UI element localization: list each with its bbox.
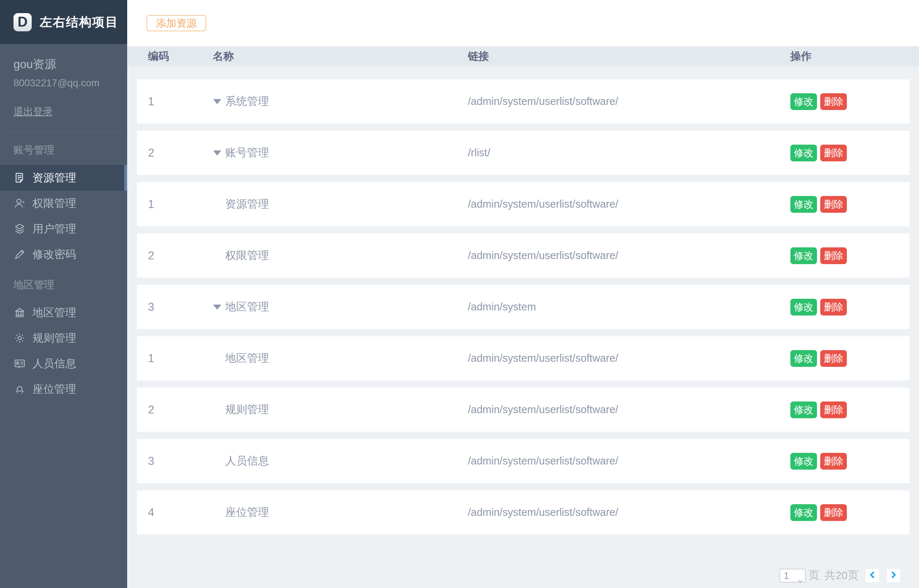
row-link: /rlist/ (468, 147, 790, 159)
sidebar-item-label: 用户管理 (32, 221, 76, 236)
row-actions: 修改 删除 (790, 247, 909, 264)
table-row: 2 规则管理 /admin/system/userlist/software/ … (137, 388, 909, 432)
page-select[interactable]: 1 (779, 569, 806, 583)
edit-button[interactable]: 修改 (790, 504, 817, 521)
table-header-row: 编码 名称 链接 操作 (127, 46, 919, 66)
id-card-icon (13, 357, 26, 370)
edit-button[interactable]: 修改 (790, 93, 817, 110)
row-code: 1 (148, 198, 213, 211)
table-row: 2 账号管理 /rlist/ 修改 删除 (137, 131, 909, 175)
table-row: 4 座位管理 /admin/system/userlist/software/ … (137, 490, 909, 535)
row-link: /admin/system/userlist/software/ (468, 352, 790, 364)
pagination: 1 页 共20页 (127, 568, 919, 583)
edit-button[interactable]: 修改 (790, 247, 817, 264)
row-code: 2 (148, 147, 213, 160)
row-name-text: 资源管理 (225, 197, 269, 212)
logout-link[interactable]: 退出登录 (13, 105, 53, 118)
sidebar-item-label: 地区管理 (32, 305, 76, 320)
bank-icon (13, 306, 26, 319)
row-code: 1 (148, 95, 213, 108)
delete-button[interactable]: 删除 (820, 504, 847, 521)
layers-icon (13, 223, 26, 235)
caret-down-icon[interactable] (213, 99, 221, 105)
row-actions: 修改 删除 (790, 145, 909, 162)
row-name-text: 系统管理 (225, 94, 269, 109)
delete-button[interactable]: 删除 (820, 299, 847, 315)
row-name: 地区管理 (213, 351, 468, 366)
toolbar: 添加资源 (127, 0, 919, 46)
sidebar-item-label: 规则管理 (32, 331, 76, 346)
page-total-label: 共20页 (825, 568, 859, 583)
row-name: 资源管理 (213, 197, 468, 212)
delete-button[interactable]: 删除 (820, 196, 847, 213)
row-actions: 修改 删除 (790, 350, 909, 367)
row-name-text: 地区管理 (225, 299, 269, 314)
row-name: 人员信息 (213, 454, 468, 468)
sidebar-item-personnel-info[interactable]: 人员信息 (0, 351, 127, 376)
edit-button[interactable]: 修改 (790, 350, 817, 367)
row-name: 账号管理 (213, 145, 468, 160)
delete-button[interactable]: 删除 (820, 93, 847, 110)
chevron-left-icon (869, 571, 875, 580)
caret-down-icon[interactable] (213, 304, 221, 310)
sidebar-item-label: 人员信息 (32, 356, 76, 371)
delete-button[interactable]: 删除 (820, 453, 847, 470)
previous-page-button[interactable] (866, 569, 879, 582)
delete-button[interactable]: 删除 (820, 401, 847, 418)
row-link: /admin/system (468, 301, 790, 313)
main-content: 添加资源 编码 名称 链接 操作 1 系统管理 /admin/system/us… (127, 0, 919, 588)
next-page-button[interactable] (887, 569, 900, 582)
row-actions: 修改 删除 (790, 299, 909, 315)
row-name: 规则管理 (213, 402, 468, 417)
page-unit-label: 页 (809, 568, 819, 583)
caret-down-icon[interactable] (213, 150, 221, 156)
delete-button[interactable]: 删除 (820, 145, 847, 162)
app-logo-icon: D (13, 13, 32, 31)
row-name-text: 权限管理 (225, 248, 269, 263)
edit-button[interactable]: 修改 (790, 401, 817, 418)
column-header-code: 编码 (148, 49, 213, 64)
user-block: gou资源 80032217@qq.com 退出登录 (0, 44, 127, 118)
row-code: 1 (148, 352, 213, 365)
delete-button[interactable]: 删除 (820, 247, 847, 264)
table-row: 2 权限管理 /admin/system/userlist/software/ … (137, 234, 909, 278)
sidebar-item-rule-mgmt[interactable]: 规则管理 (0, 325, 127, 351)
row-name-text: 账号管理 (225, 145, 269, 160)
edit-button[interactable]: 修改 (790, 145, 817, 162)
row-code: 2 (148, 249, 213, 262)
chevron-right-icon (890, 571, 897, 580)
sidebar-item-label: 权限管理 (32, 196, 76, 211)
edit-button[interactable]: 修改 (790, 453, 817, 470)
add-resource-button[interactable]: 添加资源 (147, 15, 206, 31)
document-icon (13, 171, 26, 184)
sidebar-item-seat-mgmt[interactable]: 座位管理 (0, 376, 127, 402)
row-actions: 修改 删除 (790, 504, 909, 521)
user-icon (13, 197, 26, 210)
edit-button[interactable]: 修改 (790, 299, 817, 315)
table-row: 1 资源管理 /admin/system/userlist/software/ … (137, 182, 909, 226)
column-header-link: 链接 (468, 49, 790, 64)
row-link: /admin/system/userlist/software/ (468, 506, 790, 519)
table-row: 1 地区管理 /admin/system/userlist/software/ … (137, 336, 909, 380)
row-link: /admin/system/userlist/software/ (468, 404, 790, 416)
sidebar: D 左右结构项目 gou资源 80032217@qq.com 退出登录 账号管理… (0, 0, 127, 588)
edit-button[interactable]: 修改 (790, 196, 817, 213)
sidebar-item-region-mgmt[interactable]: 地区管理 (0, 300, 127, 325)
sidebar-item-user-mgmt[interactable]: 用户管理 (0, 216, 127, 242)
sidebar-item-permission-mgmt[interactable]: 权限管理 (0, 191, 127, 216)
sidebar-item-label: 资源管理 (32, 171, 76, 186)
row-name: 系统管理 (213, 94, 468, 109)
row-link: /admin/system/userlist/software/ (468, 95, 790, 107)
column-header-actions: 操作 (790, 49, 919, 64)
row-name: 权限管理 (213, 248, 468, 263)
table-row: 3 人员信息 /admin/system/userlist/software/ … (137, 439, 909, 483)
row-actions: 修改 删除 (790, 93, 909, 110)
row-link: /admin/system/userlist/software/ (468, 455, 790, 467)
sidebar-item-resource-mgmt[interactable]: 资源管理 (0, 165, 127, 191)
pen-icon (13, 248, 26, 260)
delete-button[interactable]: 删除 (820, 350, 847, 367)
table-body: 1 系统管理 /admin/system/userlist/software/ … (127, 66, 919, 542)
row-name-text: 人员信息 (225, 454, 269, 468)
table-row: 3 地区管理 /admin/system 修改 删除 (137, 285, 909, 329)
sidebar-item-change-password[interactable]: 修改密码 (0, 242, 127, 267)
